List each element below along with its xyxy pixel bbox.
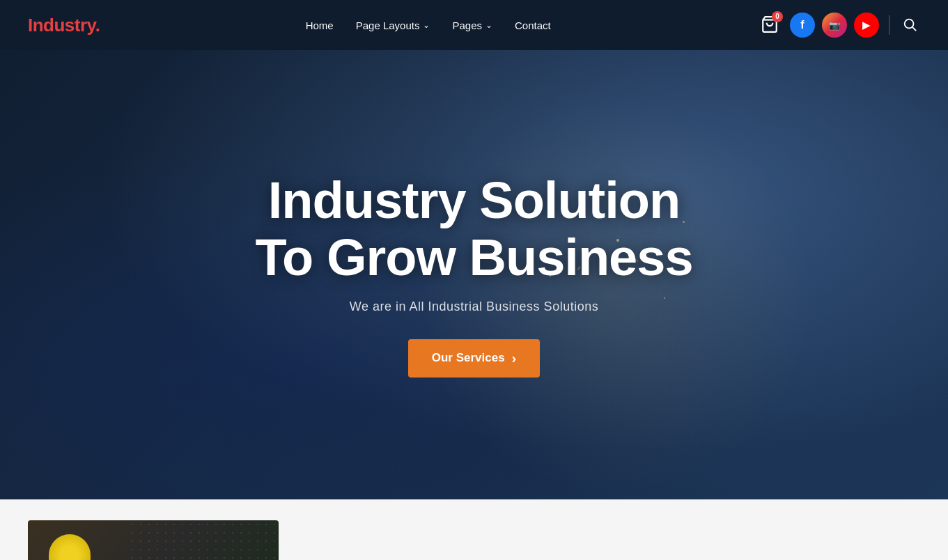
svg-line-2	[912, 27, 916, 31]
navbar-actions: 0 f 📷 ▶	[756, 11, 920, 40]
below-hero-section	[0, 499, 948, 560]
nav-item-pages[interactable]: Pages ⌄	[452, 20, 492, 31]
nav-links: Home Page Layouts ⌄ Pages ⌄ Contact	[306, 20, 551, 31]
arrow-icon: ›	[512, 350, 517, 366]
featured-card	[28, 520, 279, 560]
hero-section: Industry Solution To Grow Business We ar…	[0, 50, 948, 499]
nav-item-contact[interactable]: Contact	[515, 20, 551, 31]
our-services-button[interactable]: Our Services ›	[408, 339, 541, 378]
youtube-button[interactable]: ▶	[854, 13, 879, 38]
instagram-icon: 📷	[829, 20, 840, 31]
card-inner	[28, 520, 279, 560]
search-button[interactable]	[899, 14, 920, 37]
youtube-icon: ▶	[862, 20, 870, 31]
facebook-button[interactable]: f	[790, 13, 815, 38]
navbar: Industry. Home Page Layouts ⌄ Pages ⌄ Co…	[0, 0, 948, 50]
cart-badge: 0	[772, 11, 783, 22]
facebook-icon: f	[800, 19, 804, 31]
dot-pattern	[128, 520, 279, 560]
nav-item-page-layouts[interactable]: Page Layouts ⌄	[356, 20, 430, 31]
site-logo[interactable]: Industry.	[28, 15, 100, 36]
cart-button[interactable]: 0	[756, 11, 783, 40]
nav-item-home[interactable]: Home	[306, 20, 334, 31]
nav-divider	[889, 15, 889, 35]
chevron-down-icon: ⌄	[423, 20, 430, 30]
hero-title: Industry Solution To Grow Business	[255, 172, 692, 286]
hero-content: Industry Solution To Grow Business We ar…	[238, 172, 709, 378]
chevron-down-icon: ⌄	[485, 20, 492, 30]
search-icon	[902, 17, 917, 32]
svg-point-1	[905, 19, 914, 28]
instagram-button[interactable]: 📷	[822, 13, 847, 38]
hero-subtitle: We are in All Industrial Business Soluti…	[255, 300, 692, 314]
